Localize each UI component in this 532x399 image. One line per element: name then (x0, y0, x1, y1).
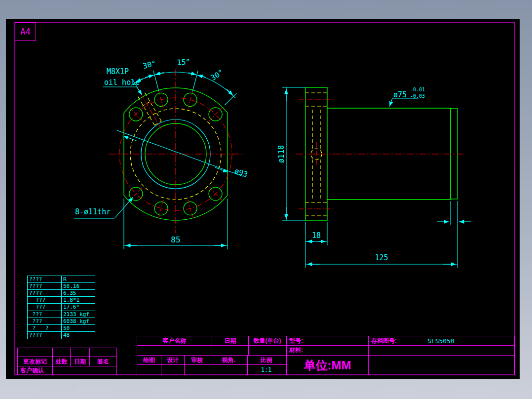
view-angle-cell (210, 365, 248, 375)
title-block-right: 型号: 存档图号: SFS5050 材料: 单位:MM (286, 336, 515, 375)
quantity-cell (249, 346, 286, 355)
sign-cell (90, 348, 116, 357)
front-view-centerlines (109, 69, 243, 233)
view-angle-header: 视角. (210, 356, 248, 364)
side-view-dimensions (282, 87, 471, 268)
param-label: ??? (28, 297, 62, 303)
side-view-centerlines (296, 99, 464, 209)
cad-viewer-page: M8X1P oil hole 30° 15° 30° ø93 8-ø11thr … (0, 0, 532, 399)
total-length-dim: 125 (375, 253, 388, 262)
revision-block: 更改标记 处数 日期 签名 客户确认 (17, 348, 117, 375)
title-block-center: 客户名称 日期 数量(单台) 绘图 设计 审校 视角. 比例 1:1 (137, 336, 286, 375)
date-header: 日期 (212, 336, 249, 345)
sheet-size-label: A4 (20, 27, 30, 37)
param-value: 2133 kgf (62, 311, 89, 318)
archive-no-cell: 存档图号: SFS5050 (369, 336, 514, 345)
thread-callout: M8X1P (107, 67, 129, 76)
param-value: 17.6° (62, 304, 79, 310)
sheet-size-box: A4 (15, 22, 36, 41)
notes-cell (369, 356, 514, 375)
scale-header: 比例 (248, 356, 285, 364)
table-row: ???2133 kgf (28, 311, 95, 318)
param-value: 1.8*1 (62, 297, 79, 303)
customer-name-header: 客户名称 (137, 336, 212, 345)
param-label: ??? (28, 318, 62, 324)
param-value: R (62, 276, 67, 282)
check-cell (185, 365, 210, 375)
change-mark-cell (18, 348, 53, 357)
bolt-circle-dim: ø93 (233, 166, 249, 179)
customer-name-cell (137, 346, 212, 355)
rev-date-header: 日期 (71, 357, 90, 366)
flange-od-dim: ø110 (277, 145, 286, 163)
param-label: ???? (28, 290, 62, 296)
part-number: SFS5050 (427, 337, 455, 345)
param-label: ??? (28, 311, 62, 318)
bolt-holes-note: 8-ø11thr (75, 207, 111, 216)
param-label: ? ? (28, 325, 62, 331)
tolerance-upper: -0.01 (410, 87, 425, 92)
design-header: 设计 (161, 356, 185, 364)
param-value: 50.16 (62, 283, 79, 289)
param-label: ???? (28, 332, 62, 339)
tolerance-lower: -0.03 (410, 93, 425, 99)
body-dia-dim: ø75 (393, 90, 407, 99)
check-header: 审校 (185, 356, 210, 364)
width-dim: 85 (171, 235, 180, 244)
table-row: ????50.16 (28, 283, 95, 290)
param-label: ???? (28, 283, 62, 289)
table-row: ? ?50 (28, 325, 95, 332)
oil-hole-label: oil hole (104, 78, 140, 87)
rev-date-cell (71, 348, 90, 357)
draw-cell (137, 365, 161, 375)
param-value: 50 (62, 325, 70, 331)
table-row: ???1.8*1 (28, 297, 95, 304)
param-value: 48 (62, 332, 70, 339)
sign-header: 签名 (90, 357, 116, 366)
change-mark-header: 更改标记 (18, 357, 53, 366)
param-value: 6038 kgf (62, 318, 89, 324)
unit-label: 单位:MM (287, 356, 369, 375)
design-cell (161, 365, 185, 375)
table-row: ???17.6° (28, 304, 95, 311)
count-header: 处数 (53, 357, 71, 366)
scale-value: 1:1 (248, 365, 285, 375)
draw-header: 绘图 (137, 356, 161, 364)
model-label: 型号: (287, 336, 369, 345)
angle-dim-left: 30° (142, 59, 157, 71)
param-value: 6.35 (62, 290, 76, 296)
customer-confirm-label: 客户确认 (18, 366, 53, 375)
table-row: ????R (28, 276, 95, 283)
param-label: ???? (28, 276, 62, 282)
table-row: ???6038 kgf (28, 318, 95, 325)
table-row: ????6.35 (28, 290, 95, 297)
angle-dim-mid: 15° (177, 57, 190, 67)
quantity-header: 数量(单台) (249, 336, 286, 345)
material-label: 材料: (287, 346, 369, 355)
customer-confirm-cell (53, 366, 116, 375)
parameter-table: ????R ????50.16 ????6.35 ???1.8*1 ???17.… (27, 276, 95, 339)
material-value-cell (369, 346, 514, 355)
count-cell (53, 348, 71, 357)
param-label: ??? (28, 304, 62, 310)
table-row: ????48 (28, 332, 95, 339)
archive-no-label: 存档图号: (371, 337, 397, 345)
flange-thickness-dim: 18 (312, 231, 321, 240)
date-cell (212, 346, 249, 355)
front-view-dimensions (74, 71, 243, 249)
